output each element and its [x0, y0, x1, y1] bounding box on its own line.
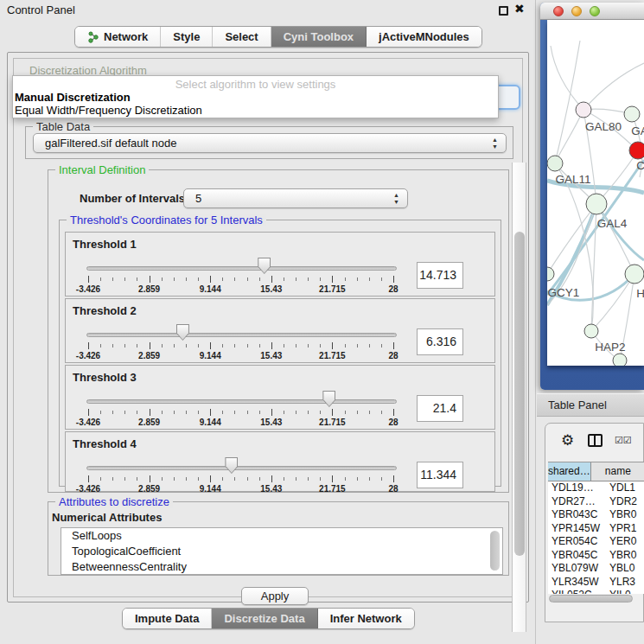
interval-definition-group: Interval Definition Number of Intervals … — [48, 169, 509, 493]
node-table-panel: ⚙ ☑☑ shared… name YDL19…YDL1YDR27…YDR2YB… — [545, 423, 644, 622]
close-icon[interactable]: ✖ — [514, 2, 525, 16]
mac-zoom-icon[interactable] — [590, 6, 600, 16]
tab-discretize-data[interactable]: Discretize Data — [212, 609, 317, 628]
panel-title: Control Panel — [7, 3, 75, 16]
node-table[interactable]: shared… name YDL19…YDL1YDR27…YDR2YBR043C… — [548, 462, 644, 594]
algorithm-dropdown-popup: Select algorithm to view settings Manual… — [12, 75, 499, 118]
settings-scrollbar-thumb[interactable] — [514, 232, 525, 556]
mac-minimize-icon[interactable] — [571, 6, 582, 16]
table-row[interactable]: YPR145WYPR1 — [548, 522, 644, 536]
table-row[interactable]: YER054CYER0 — [548, 535, 644, 549]
tab-impute-data[interactable]: Impute Data — [123, 609, 212, 628]
network-node-label: GAL11 — [555, 173, 590, 186]
threshold-4-box: Threshold 4 -3.4262.8599.14415.4321.7152… — [65, 431, 495, 492]
network-node — [576, 102, 591, 118]
settings-scrollbar-track[interactable] — [512, 163, 526, 632]
network-edge — [555, 110, 583, 163]
threshold-3-slider-thumb[interactable] — [322, 391, 335, 407]
network-edge-highlighted — [596, 204, 644, 260]
network-node — [586, 194, 607, 214]
cyni-toolbox-panel: Discretization Algorithm Table Data galF… — [7, 52, 529, 603]
tab-style-label: Style — [173, 30, 200, 43]
threshold-4-slider-track[interactable] — [86, 466, 397, 470]
attribute-item[interactable]: SelfLoops — [61, 528, 502, 544]
threshold-4-value-field[interactable]: 11.344 — [417, 462, 463, 488]
attribute-item[interactable]: BetweennessCentrality — [61, 559, 502, 575]
threshold-4-slider-thumb[interactable] — [225, 457, 238, 474]
tab-style[interactable]: Style — [161, 27, 213, 47]
table-row[interactable]: YBR045CYBR0 — [548, 549, 644, 563]
numerical-attributes-list[interactable]: SelfLoopsTopologicalCoefficientBetweenne… — [61, 527, 503, 575]
tab-jactivemnodules[interactable]: jActiveMNodules — [367, 27, 481, 47]
network-icon — [87, 31, 99, 43]
thresholds-group-title: Threshold's Coordinates for 5 Intervals — [67, 214, 266, 226]
threshold-1-value-field[interactable]: 14.713 — [417, 262, 463, 289]
float-window-icon[interactable] — [499, 6, 508, 16]
threshold-3-ticks — [88, 409, 393, 417]
num-intervals-label: Number of Intervals — [80, 192, 185, 205]
tab-network[interactable]: Network — [75, 27, 161, 47]
network-node — [625, 265, 644, 284]
threshold-3-label: Threshold 3 — [73, 371, 137, 384]
network-canvas[interactable]: GAL80GAGAL11CGAL4GCY1HHAP2 — [547, 20, 644, 366]
table-row[interactable]: YBL079WYBL0 — [548, 562, 644, 576]
network-node-label: GCY1 — [548, 286, 580, 299]
tab-select[interactable]: Select — [213, 27, 271, 47]
network-node — [584, 324, 598, 338]
algorithm-option-manual[interactable]: Manual Discretization — [15, 91, 131, 104]
tab-impute-data-label: Impute Data — [135, 612, 199, 625]
gear-icon[interactable]: ⚙ — [561, 431, 574, 450]
algorithm-option-equal-width[interactable]: Equal Width/Frequency Discretization — [15, 104, 202, 117]
threshold-1-slider-track[interactable] — [86, 266, 397, 271]
threshold-2-slider-track[interactable] — [86, 333, 397, 337]
network-node-label: GAL80 — [585, 120, 622, 133]
threshold-3-value-field[interactable]: 21.4 — [417, 395, 463, 422]
network-graph: GAL80GAGAL11CGAL4GCY1HHAP2 — [547, 20, 644, 366]
table-panel-title: Table Panel — [548, 399, 607, 411]
network-view-window: GAL80GAGAL11CGAL4GCY1HHAP2 — [540, 3, 644, 390]
table-row[interactable]: YIL052CYIL0 — [548, 589, 644, 594]
threshold-2-ticks — [88, 342, 393, 350]
table-row[interactable]: YDL19…YDL1 — [548, 481, 644, 495]
algorithm-hint-option[interactable]: Select algorithm to view settings — [13, 78, 498, 91]
combo-stepper-icon: ▲▼ — [492, 137, 498, 150]
threshold-3-slider-track[interactable] — [86, 399, 397, 404]
tab-cyni-toolbox[interactable]: Cyni Toolbox — [271, 27, 367, 47]
threshold-2-box: Threshold 2 -3.4262.8599.14415.4321.7152… — [65, 298, 495, 363]
table-row[interactable]: YBR043CYBR0 — [548, 508, 644, 522]
table-data-group-title: Table Data — [33, 120, 93, 133]
apply-button[interactable]: Apply — [241, 587, 309, 605]
control-panel-titlebar: Control Panel ✖ — [0, 0, 535, 19]
threshold-1-box: Threshold 1 -3.4262.8599.14415.4321.7152… — [65, 232, 495, 296]
network-window-titlebar[interactable] — [540, 3, 644, 20]
table-data-combo[interactable]: galFiltered.sif default node ▲▼ — [33, 133, 507, 153]
column-header-name[interactable]: name — [591, 462, 644, 481]
threshold-2-value-field[interactable]: 6.316 — [417, 328, 463, 355]
network-node-label: GAL4 — [597, 217, 628, 230]
column-header-shared-name[interactable]: shared… — [548, 462, 591, 481]
table-row[interactable]: YDR27…YDR2 — [548, 495, 644, 509]
threshold-2-slider-thumb[interactable] — [176, 324, 189, 341]
table-hscrollbar-thumb[interactable] — [549, 595, 633, 603]
attribute-item[interactable]: TopologicalCoefficient — [61, 544, 502, 559]
discretize-settings-panel: Discretization Algorithm Table Data galF… — [13, 58, 523, 597]
threshold-2-label: Threshold 2 — [73, 304, 137, 317]
split-columns-icon[interactable] — [588, 434, 603, 447]
table-hscrollbar[interactable] — [549, 595, 642, 603]
table-data-combo-value: galFiltered.sif default node — [34, 137, 176, 150]
tab-infer-network[interactable]: Infer Network — [318, 609, 414, 628]
attributes-group: Attributes to discretize Numerical Attri… — [48, 501, 509, 576]
mac-close-icon[interactable] — [553, 6, 564, 16]
checkbox-columns-icon[interactable]: ☑☑ — [615, 435, 632, 446]
table-data-group: Table Data galFiltered.sif default node … — [25, 126, 513, 159]
attributes-scrollbar[interactable] — [490, 531, 500, 571]
threshold-1-slider-thumb[interactable] — [258, 258, 271, 274]
top-tab-bar: Network Style Select Cyni Toolbox jActiv… — [74, 26, 482, 48]
threshold-4-ticks — [88, 475, 393, 483]
threshold-4-label: Threshold 4 — [73, 437, 137, 450]
num-intervals-combo[interactable]: 5 ▲▼ — [183, 188, 408, 208]
tab-select-label: Select — [225, 30, 258, 43]
threshold-3-box: Threshold 3 -3.4262.8599.14415.4321.7152… — [65, 365, 495, 430]
num-intervals-value: 5 — [184, 192, 201, 205]
table-row[interactable]: YLR345WYLR3 — [548, 576, 644, 590]
